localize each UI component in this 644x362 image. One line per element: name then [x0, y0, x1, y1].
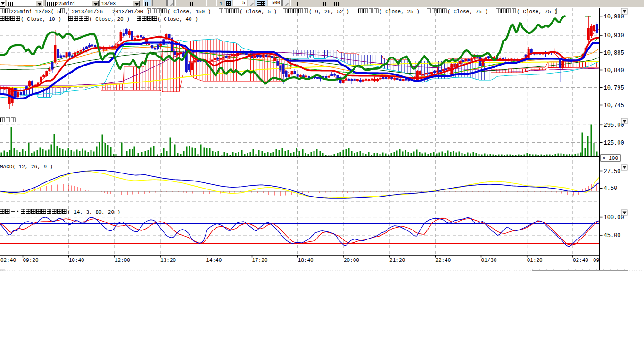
svg-text:( Close, 75 ): ( Close, 75 ): [447, 9, 488, 15]
svg-text:20:00: 20:00: [344, 257, 359, 263]
svg-text:21:20: 21:20: [389, 257, 405, 263]
svg-text:10,745: 10,745: [604, 102, 624, 109]
svg-text:295.00: 295.00: [604, 122, 624, 129]
svg-text:10,840: 10,840: [604, 67, 624, 74]
svg-text:( Close, 75 ): ( Close, 75 ): [517, 9, 557, 15]
svg-text:( Close, 5 ): ( Close, 5 ): [239, 9, 277, 15]
svg-text:MACD( 12, 26, 9 ): MACD( 12, 26, 9 ): [0, 164, 53, 170]
svg-text:01/30: 01/30: [481, 257, 497, 263]
svg-text:100.00: 100.00: [604, 214, 624, 221]
svg-text:( Close, 25 ): ( Close, 25 ): [379, 9, 420, 15]
svg-text:01:20: 01:20: [527, 257, 543, 263]
svg-text:02:40: 02:40: [0, 257, 16, 263]
svg-text:, 2013/01/26 - 2013/01/30 ): , 2013/01/26 - 2013/01/30 ): [66, 9, 149, 15]
svg-text:02:40: 02:40: [573, 257, 588, 263]
svg-text:14:40: 14:40: [206, 257, 222, 263]
svg-text:( 9, 26, 52 ): ( 9, 26, 52 ): [309, 9, 349, 15]
svg-text:10:40: 10:40: [69, 257, 84, 263]
svg-text:45.00: 45.00: [604, 232, 621, 239]
svg-text:09:20: 09:20: [23, 257, 39, 263]
svg-text:17:20: 17:20: [252, 257, 268, 263]
svg-text:× 100: × 100: [603, 156, 618, 161]
svg-text:10,795: 10,795: [604, 85, 624, 91]
svg-text:10,980: 10,980: [604, 14, 624, 20]
svg-text:125.00: 125.00: [604, 140, 624, 147]
svg-text:( Close, 40 ): ( Close, 40 ): [157, 16, 198, 22]
svg-text:12:00: 12:00: [115, 257, 130, 263]
svg-text:09: 09: [593, 257, 599, 263]
svg-text:10,885: 10,885: [604, 50, 624, 57]
svg-text:( 14, 3, 80, 20 ): ( 14, 3, 80, 20 ): [67, 209, 120, 215]
svg-text:( Close, 10 ): ( Close, 10 ): [21, 16, 61, 22]
svg-text:22:40: 22:40: [435, 257, 451, 263]
svg-text:10,930: 10,930: [604, 33, 624, 39]
svg-text:( Close, 150 ): ( Close, 150 ): [167, 9, 211, 15]
svg-text:225mini 13/03( 5: 225mini 13/03( 5: [10, 9, 60, 15]
svg-text:27.50: 27.50: [604, 168, 621, 175]
svg-text:13:20: 13:20: [160, 257, 176, 263]
svg-text:( Close, 20 ): ( Close, 20 ): [89, 16, 130, 22]
svg-text:18:40: 18:40: [298, 257, 314, 263]
svg-text:4.50: 4.50: [604, 185, 618, 192]
